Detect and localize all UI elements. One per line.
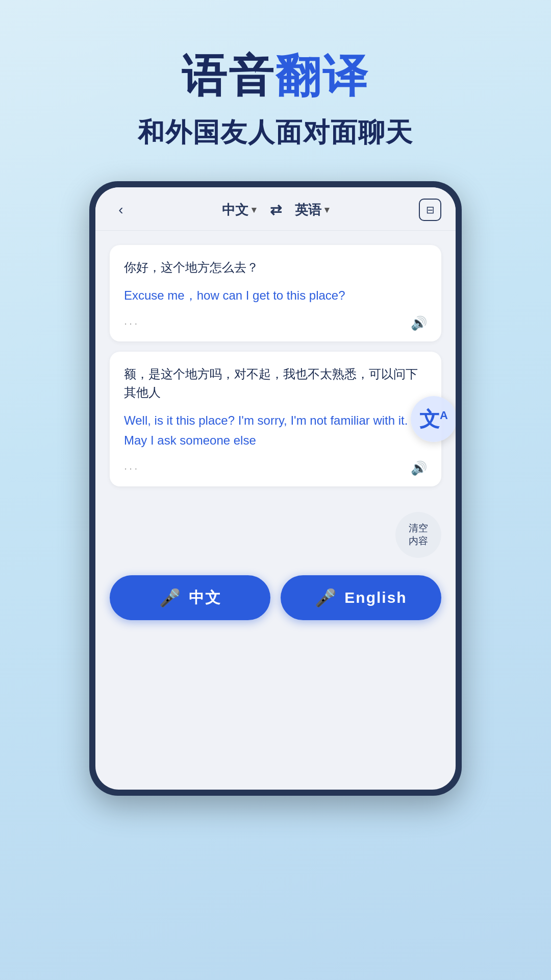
message-2-speaker-button[interactable]: 🔊 — [411, 460, 427, 476]
language-selector: 中文 ▾ ⇄ 英语 ▾ — [222, 199, 329, 221]
page-title-area: 语音翻译 和外国友人面对面聊天 — [0, 0, 551, 151]
main-title: 语音翻译 — [0, 46, 551, 107]
record-chinese-button[interactable]: 🎤 中文 — [110, 575, 270, 620]
chat-spacer — [95, 497, 456, 507]
swap-icon: ⇄ — [270, 202, 282, 218]
message-2-container: 额，是这个地方吗，对不起，我也不太熟悉，可以问下其他人 Well, is it … — [110, 352, 441, 486]
record-english-label: English — [344, 589, 407, 606]
top-bar: ‹ 中文 ▾ ⇄ 英语 ▾ ⊟ — [95, 187, 456, 231]
lang-from-label: 中文 — [222, 201, 248, 219]
mic-english-icon: 🎤 — [315, 587, 336, 608]
message-1-dots: ··· — [124, 317, 139, 330]
back-icon: ‹ — [118, 202, 123, 218]
clear-label: 清空内容 — [409, 522, 428, 547]
message-2-dots: ··· — [124, 462, 139, 475]
settings-button[interactable]: ⊟ — [419, 199, 441, 221]
swap-languages-button[interactable]: ⇄ — [264, 199, 287, 221]
lang-to-arrow: ▾ — [324, 204, 329, 215]
message-bubble-2: 额，是这个地方吗，对不起，我也不太熟悉，可以问下其他人 Well, is it … — [110, 352, 441, 486]
message-2-original: 额，是这个地方吗，对不起，我也不太熟悉，可以问下其他人 — [124, 365, 427, 402]
translate-fab-icon: 文A — [419, 405, 448, 433]
bottom-bar: 🎤 中文 🎤 English — [95, 563, 456, 639]
record-english-button[interactable]: 🎤 English — [281, 575, 441, 620]
settings-icon: ⊟ — [426, 204, 435, 216]
title-part2: 翻译 — [276, 51, 369, 101]
lang-from-arrow: ▾ — [252, 204, 256, 215]
message-1-original: 你好，这个地方怎么去？ — [124, 258, 427, 277]
message-1-translated: Excuse me，how can I get to this place? — [124, 286, 427, 305]
title-part1: 语音 — [182, 51, 276, 101]
mic-chinese-icon: 🎤 — [159, 587, 181, 608]
phone-wrapper: ‹ 中文 ▾ ⇄ 英语 ▾ ⊟ — [0, 181, 551, 796]
back-button[interactable]: ‹ — [110, 199, 132, 221]
lang-to-label: 英语 — [295, 201, 321, 219]
message-bubble-1: 你好，这个地方怎么去？ Excuse me，how can I get to t… — [110, 245, 441, 341]
phone-frame: ‹ 中文 ▾ ⇄ 英语 ▾ ⊟ — [89, 181, 462, 796]
clear-content-button[interactable]: 清空内容 — [395, 512, 441, 558]
lang-to-button[interactable]: 英语 ▾ — [295, 201, 329, 219]
record-chinese-label: 中文 — [189, 587, 221, 608]
translate-fab-button[interactable]: 文A — [411, 396, 456, 442]
phone-screen: ‹ 中文 ▾ ⇄ 英语 ▾ ⊟ — [95, 187, 456, 790]
chat-area: 你好，这个地方怎么去？ Excuse me，how can I get to t… — [95, 231, 456, 497]
message-2-translated: Well, is it this place? I'm sorry, I'm n… — [124, 411, 427, 450]
lang-from-button[interactable]: 中文 ▾ — [222, 201, 256, 219]
message-2-footer: ··· 🔊 — [124, 460, 427, 476]
message-1-footer: ··· 🔊 — [124, 315, 427, 331]
message-1-speaker-button[interactable]: 🔊 — [411, 315, 427, 331]
clear-area: 清空内容 — [95, 507, 456, 563]
subtitle: 和外国友人面对面聊天 — [0, 115, 551, 151]
